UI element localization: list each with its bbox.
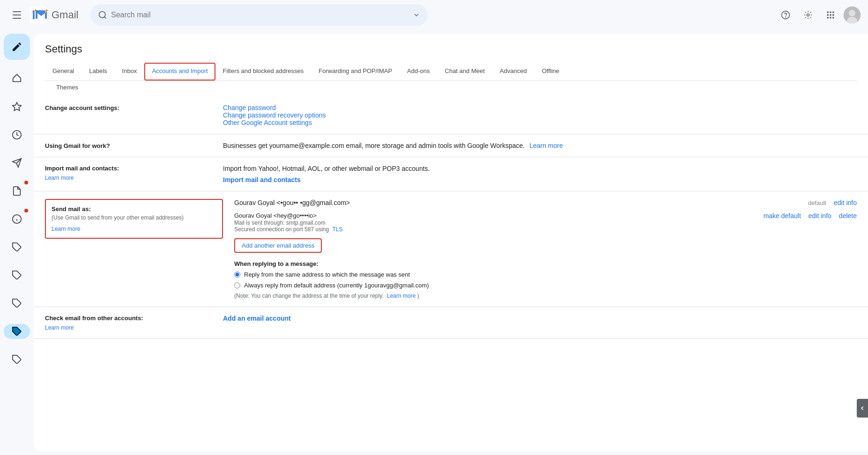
svg-point-5 <box>786 17 786 17</box>
tab-chat[interactable]: Chat and Meet <box>438 63 492 81</box>
hamburger-button[interactable] <box>7 6 26 24</box>
tab-offline[interactable]: Offline <box>534 63 567 81</box>
add-another-email-button[interactable]: Add another email address <box>234 238 322 253</box>
drafts-badge <box>24 181 28 184</box>
draft-icon <box>12 186 22 196</box>
send-mail-name-2: Gourav Goyal <hey@go••••io> <box>234 212 317 220</box>
sidebar-item-label3[interactable] <box>0 290 34 316</box>
send-mail-as-content: Gourav Goyal <•gou•• •gg@gmail.com> defa… <box>223 199 857 299</box>
inbox-icon <box>12 73 22 83</box>
tls-link[interactable]: TLS <box>333 226 343 233</box>
gmail-work-label: Using Gmail for work? <box>45 142 223 149</box>
hamburger-icon <box>13 11 21 19</box>
reply-default-label: Always reply from default address (curre… <box>244 282 429 289</box>
sidebar-item-sent[interactable] <box>0 150 34 176</box>
section-import-mail: Import mail and contacts: Learn more Imp… <box>34 157 868 191</box>
svg-rect-7 <box>827 12 829 13</box>
check-email-learn-more[interactable]: Learn more <box>45 324 74 331</box>
sidebar-item-more1[interactable] <box>0 206 34 232</box>
layout: Settings General Labels Inbox Accounts a… <box>0 30 868 455</box>
import-mail-title: Import mail and contacts: <box>45 165 223 172</box>
tab-filters[interactable]: Filters and blocked addresses <box>215 63 312 81</box>
send-mail-entry-1: Gourav Goyal <•gou•• •gg@gmail.com> defa… <box>234 199 857 206</box>
scroll-indicator[interactable] <box>857 399 868 418</box>
gmail-work-content: Businesses get yourname@example.com emai… <box>223 142 857 149</box>
section-gmail-work: Using Gmail for work? Businesses get you… <box>34 134 868 157</box>
tab-advanced[interactable]: Advanced <box>492 63 534 81</box>
topbar-actions <box>776 6 861 24</box>
label-icon-3 <box>12 298 22 308</box>
themes-row[interactable]: Themes <box>45 81 857 96</box>
tab-labels[interactable]: Labels <box>82 63 114 81</box>
import-mail-learn-more[interactable]: Learn more <box>45 175 74 181</box>
search-bar <box>90 4 428 26</box>
help-button[interactable] <box>776 6 795 24</box>
import-mail-action-link[interactable]: Import mail and contacts <box>223 176 301 183</box>
send-mail-learn-more[interactable]: Learn more <box>52 226 80 232</box>
reply-default-radio[interactable] <box>234 282 240 288</box>
help-icon <box>781 10 790 20</box>
add-email-account-link[interactable]: Add an email account <box>223 315 291 322</box>
send-mail-secured: Secured connection on port 587 using TLS <box>234 226 343 233</box>
other-google-account-link[interactable]: Other Google Account settings <box>223 119 312 126</box>
sidebar-item-label4-active[interactable] <box>0 318 34 345</box>
send-mail-as-title: Send mail as: <box>52 205 215 213</box>
sidebar-item-label2[interactable] <box>0 262 34 288</box>
check-email-content: Add an email account <box>223 315 857 322</box>
main-content: Settings General Labels Inbox Accounts a… <box>34 34 868 451</box>
reply-radio-group: Reply from the same address to which the… <box>234 271 857 289</box>
tab-addons[interactable]: Add-ons <box>400 63 437 81</box>
avatar[interactable] <box>844 7 861 23</box>
gmail-work-learn-more[interactable]: Learn more <box>529 142 563 149</box>
gmail-logo[interactable]: Gmail <box>30 6 83 24</box>
sidebar <box>0 30 34 455</box>
settings-content: Change account settings: Change password… <box>34 96 868 339</box>
search-input[interactable] <box>111 11 409 19</box>
more1-badge <box>24 209 28 213</box>
change-password-recovery-link[interactable]: Change password recovery options <box>223 111 326 119</box>
reply-learn-more-link[interactable]: Learn more <box>387 293 415 299</box>
reply-default-address-option[interactable]: Always reply from default address (curre… <box>234 282 857 289</box>
tab-inbox[interactable]: Inbox <box>115 63 145 81</box>
edit-info-link-2[interactable]: edit info <box>809 212 831 220</box>
svg-rect-15 <box>832 17 834 18</box>
svg-point-6 <box>807 14 809 16</box>
reply-same-label: Reply from the same address to which the… <box>244 271 410 278</box>
send-mail-default-label: default <box>808 199 826 206</box>
change-password-link[interactable]: Change password <box>223 104 276 111</box>
radio-note: (Note: You can change the address at the… <box>234 293 857 299</box>
send-mail-as-sub: (Use Gmail to send from your other email… <box>52 214 215 221</box>
check-email-title: Check email from other accounts: <box>45 315 223 322</box>
gmail-work-title: Using Gmail for work? <box>45 142 110 149</box>
send-mail-entry-2-header: Gourav Goyal <hey@go••••io> make default… <box>234 212 857 220</box>
label-icon-5 <box>12 354 22 365</box>
tab-general[interactable]: General <box>45 63 82 81</box>
reply-same-address-option[interactable]: Reply from the same address to which the… <box>234 271 857 278</box>
svg-point-17 <box>849 10 855 16</box>
section-send-mail-as: Send mail as: (Use Gmail to send from yo… <box>34 191 868 307</box>
tab-accounts[interactable]: Accounts and Import <box>144 63 215 81</box>
sidebar-item-label1[interactable] <box>0 234 34 260</box>
search-dropdown-icon[interactable] <box>413 11 420 19</box>
sidebar-item-mail[interactable] <box>0 66 34 92</box>
send-mail-name-1: Gourav Goyal <•gou•• •gg@gmail.com> <box>234 199 350 206</box>
delete-link[interactable]: delete <box>839 212 857 220</box>
send-mail-as-label: Send mail as: (Use Gmail to send from yo… <box>45 199 223 239</box>
sidebar-item-label5[interactable] <box>0 346 34 373</box>
section-check-email: Check email from other accounts: Learn m… <box>34 307 868 339</box>
search-icon <box>98 10 107 20</box>
send-icon <box>12 158 22 168</box>
sidebar-item-starred[interactable] <box>0 94 34 120</box>
label-icon-2 <box>12 270 22 280</box>
sidebar-item-snoozed[interactable] <box>0 122 34 148</box>
settings-title: Settings <box>45 43 857 55</box>
settings-button[interactable] <box>799 6 817 24</box>
compose-button[interactable] <box>4 34 30 60</box>
make-default-link[interactable]: make default <box>764 212 801 220</box>
reply-same-radio[interactable] <box>234 272 240 278</box>
edit-info-link-1[interactable]: edit info <box>834 199 857 206</box>
sidebar-item-drafts[interactable] <box>0 178 34 204</box>
apps-button[interactable] <box>821 6 840 24</box>
tab-forwarding[interactable]: Forwarding and POP/IMAP <box>311 63 400 81</box>
svg-rect-12 <box>832 14 834 15</box>
